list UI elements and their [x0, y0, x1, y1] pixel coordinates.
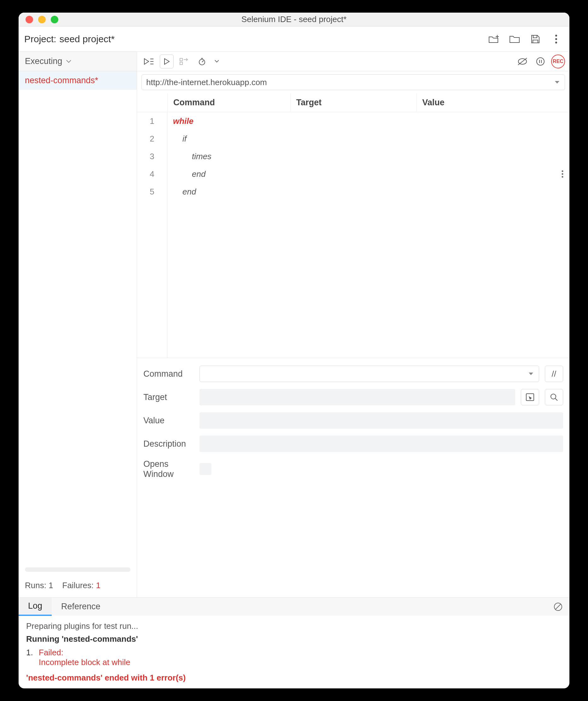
run-stats: Runs: 1 Failures: 1: [25, 580, 130, 591]
window-title: Selenium IDE - seed project*: [19, 14, 569, 24]
command-row[interactable]: end: [167, 183, 569, 201]
sidebar: Executing nested-commands* Runs: 1 Failu…: [19, 52, 137, 597]
command-cell: end: [167, 169, 206, 179]
line-number: 3: [137, 148, 167, 165]
log-step-message: Incomplete block at while: [39, 658, 130, 667]
command-grid-header: Command Target Value: [137, 93, 569, 112]
svg-point-8: [562, 171, 563, 172]
project-name: seed project*: [59, 34, 115, 44]
command-cell: end: [167, 187, 196, 197]
header-value: Value: [416, 93, 569, 112]
select-target-in-page-icon[interactable]: [521, 389, 539, 405]
svg-point-9: [562, 173, 563, 175]
svg-point-10: [562, 176, 563, 178]
runs-count: 1: [48, 580, 53, 590]
svg-point-0: [555, 35, 557, 37]
log-step: 1. Failed: Incomplete block at while: [26, 648, 562, 667]
record-label: REC: [553, 59, 563, 64]
pause-icon[interactable]: [534, 54, 547, 68]
line-number: 4: [137, 165, 167, 183]
step-over-icon: [178, 54, 191, 68]
failures-label: Failures:: [62, 580, 94, 590]
titlebar: Selenium IDE - seed project*: [19, 13, 569, 26]
command-cell: times: [167, 152, 212, 161]
detail-label-command: Command: [143, 369, 194, 379]
grid-rows: while if times end end: [167, 112, 569, 358]
runs-label: Runs:: [25, 580, 46, 590]
command-row[interactable]: times: [167, 148, 569, 165]
svg-point-12: [551, 394, 556, 399]
header-command: Command: [167, 93, 290, 112]
project-label: Project:: [24, 34, 56, 44]
log-line-running: Running 'nested-commands': [26, 634, 562, 644]
toggle-comment-button[interactable]: //: [545, 366, 563, 382]
failures-count: 1: [96, 580, 100, 590]
sidebar-header[interactable]: Executing: [19, 52, 137, 71]
tab-log[interactable]: Log: [19, 598, 52, 616]
editor-toolbar: REC: [137, 52, 569, 71]
detail-value-input[interactable]: [200, 412, 563, 429]
command-grid: 1 2 3 4 5 while if times: [137, 112, 569, 358]
run-all-tests-icon[interactable]: [141, 54, 156, 68]
command-details: Command // Target: [137, 358, 569, 489]
svg-point-2: [555, 42, 557, 43]
more-menu-icon[interactable]: [549, 31, 564, 47]
detail-command-select[interactable]: [200, 366, 539, 382]
command-row[interactable]: while: [167, 112, 569, 130]
open-project-icon[interactable]: [507, 31, 522, 47]
sidebar-footer: Runs: 1 Failures: 1: [19, 562, 137, 597]
log-line-preparing: Preparing plugins for test run...: [26, 621, 562, 631]
sidebar-scrollbar[interactable]: [25, 567, 130, 572]
base-url-row: [137, 71, 569, 93]
detail-target-input[interactable]: [200, 389, 515, 405]
command-row[interactable]: end: [167, 165, 569, 183]
header-target: Target: [290, 93, 416, 112]
detail-label-opens-window: Opens Window: [143, 459, 194, 479]
log-panel: Preparing plugins for test run... Runnin…: [19, 616, 569, 688]
command-cell: while: [167, 116, 194, 126]
test-speed-icon[interactable]: [195, 54, 209, 68]
new-project-icon[interactable]: [486, 31, 501, 47]
app-window: Selenium IDE - seed project* Project: se…: [19, 13, 569, 688]
tab-log-label: Log: [28, 601, 42, 611]
detail-label-target: Target: [143, 393, 194, 402]
detail-description-input[interactable]: [200, 436, 563, 452]
project-bar: Project: seed project*: [19, 26, 569, 52]
test-item-nested-commands[interactable]: nested-commands*: [19, 71, 137, 90]
command-row[interactable]: if: [167, 130, 569, 148]
line-number: 5: [137, 183, 167, 201]
main-area: Executing nested-commands* Runs: 1 Failu…: [19, 52, 569, 597]
svg-point-1: [555, 38, 557, 40]
svg-rect-3: [180, 58, 183, 61]
comment-glyph: //: [552, 369, 556, 379]
save-project-icon[interactable]: [528, 31, 543, 47]
log-line-ended: 'nested-commands' ended with 1 error(s): [26, 673, 562, 683]
tab-reference[interactable]: Reference: [52, 598, 110, 616]
grid-gutter: 1 2 3 4 5: [137, 112, 167, 358]
disable-breakpoints-icon[interactable]: [515, 54, 530, 68]
svg-point-7: [537, 58, 544, 65]
editor-pane: REC Command Target Value 1 2 3: [137, 52, 569, 597]
chevron-down-icon: [66, 60, 71, 63]
bottom-tabs: Log Reference: [19, 597, 569, 616]
run-current-test-icon[interactable]: [160, 54, 174, 68]
test-item-label: nested-commands*: [25, 76, 98, 85]
tab-reference-label: Reference: [61, 602, 100, 612]
speed-dropdown-icon[interactable]: [213, 54, 221, 68]
log-step-status: Failed:: [39, 648, 130, 658]
clear-log-icon[interactable]: [551, 600, 565, 614]
svg-rect-4: [180, 62, 183, 65]
sidebar-mode-label: Executing: [25, 56, 62, 66]
log-step-index: 1.: [26, 648, 35, 667]
detail-label-value: Value: [143, 416, 194, 426]
record-button[interactable]: REC: [551, 54, 565, 68]
opens-window-checkbox[interactable]: [200, 463, 212, 475]
command-cell: if: [167, 134, 187, 144]
row-more-icon[interactable]: [561, 170, 564, 178]
base-url-input[interactable]: [141, 74, 565, 90]
line-number: 2: [137, 130, 167, 148]
line-number: 1: [137, 112, 167, 130]
detail-label-description: Description: [143, 439, 194, 449]
find-target-icon[interactable]: [545, 389, 563, 405]
